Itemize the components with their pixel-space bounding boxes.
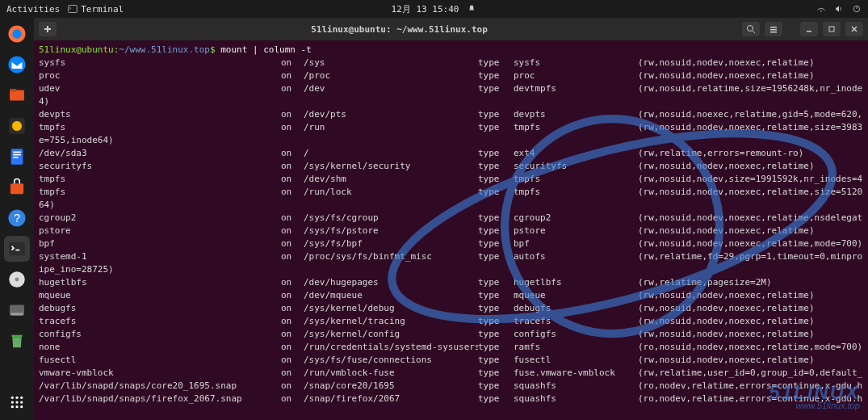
table-row: udevon/devtypedevtmpfs(rw,nosuid,relatim… (39, 82, 863, 95)
svg-point-28 (11, 401, 14, 403)
terminal-tab-label: Terminal (81, 4, 124, 15)
dock-apps-grid[interactable] (4, 389, 30, 415)
gnome-topbar: Activities Terminal 12月 13 15:40 (0, 0, 868, 18)
table-row: vmware-vmblockon/run/vmblock-fusetypefus… (39, 367, 863, 380)
svg-point-27 (20, 397, 23, 399)
dock-trash[interactable] (4, 328, 30, 354)
table-row: /var/lib/snapd/snaps/core20_1695.snapon/… (39, 380, 863, 393)
svg-point-25 (11, 397, 14, 399)
svg-rect-18 (9, 242, 25, 255)
svg-point-32 (15, 405, 18, 408)
dock: ? (0, 18, 34, 420)
svg-rect-15 (10, 183, 23, 194)
maximize-button[interactable] (823, 22, 841, 36)
search-button[interactable] (742, 22, 760, 36)
minimize-button[interactable] (800, 22, 818, 36)
table-row: tmpfson/runtypetmpfs(rw,nosuid,nodev,noe… (39, 121, 863, 134)
table-row: bpfon/sys/fs/bpftypebpf(rw,nosuid,nodev,… (39, 237, 863, 250)
svg-rect-7 (10, 90, 24, 101)
dock-terminal[interactable] (4, 236, 30, 262)
dock-help[interactable]: ? (4, 205, 30, 231)
dock-firefox[interactable] (4, 21, 30, 47)
svg-rect-24 (12, 335, 23, 337)
svg-rect-13 (13, 154, 21, 156)
table-row-wrap: e=755,inode64) (39, 134, 863, 147)
svg-point-26 (15, 397, 18, 399)
activities-button[interactable]: Activities (6, 4, 60, 15)
dock-files[interactable] (4, 82, 30, 108)
clock[interactable]: 12月 13 15:40 (392, 3, 459, 15)
svg-rect-41 (807, 31, 811, 32)
svg-point-1 (820, 10, 822, 12)
table-row-wrap: ipe_ino=28725) (39, 263, 863, 276)
table-row: hugetlbfson/dev/hugepagestypehugetlbfs(r… (39, 276, 863, 289)
new-tab-button[interactable] (39, 22, 57, 36)
table-row: fusectlon/sys/fs/fuse/connectionstypefus… (39, 354, 863, 367)
close-button[interactable] (845, 22, 863, 36)
dock-disk[interactable] (4, 267, 30, 292)
svg-rect-38 (770, 27, 777, 28)
maximize-icon (827, 24, 837, 34)
window-titlebar: 51linux@ubuntu: ~/www.51linux.top (34, 18, 868, 40)
svg-rect-8 (10, 89, 16, 91)
svg-rect-40 (770, 32, 777, 33)
dock-software[interactable] (4, 174, 30, 200)
terminal-window: 51linux@ubuntu: ~/www.51linux.top 51linu… (34, 18, 868, 420)
minimize-icon (804, 24, 814, 34)
terminal-content[interactable]: 51linux@ubuntu:~/www.51linux.top$ mount … (34, 40, 868, 420)
volume-icon[interactable] (834, 4, 844, 14)
power-icon[interactable] (852, 4, 862, 14)
network-icon[interactable] (816, 4, 826, 14)
terminal-icon (68, 4, 78, 14)
table-row: sysfson/systypesysfs(rw,nosuid,nodev,noe… (39, 57, 863, 69)
svg-point-10 (12, 121, 23, 132)
table-row: configfson/sys/kernel/configtypeconfigfs… (39, 328, 863, 341)
svg-point-31 (11, 405, 14, 408)
mount-output: sysfson/systypesysfs(rw,nosuid,nodev,noe… (39, 57, 863, 405)
table-row: securityfson/sys/kernel/securitytypesecu… (39, 160, 863, 173)
table-row: /var/lib/snapd/snaps/firefox_2067.snapon… (39, 393, 863, 405)
svg-point-6 (8, 56, 25, 73)
table-row: devptson/dev/ptstypedevpts(rw,nosuid,noe… (39, 108, 863, 121)
table-row: cgroup2on/sys/fs/cgrouptypecgroup2(rw,no… (39, 212, 863, 225)
dock-writer[interactable] (4, 144, 30, 170)
svg-rect-12 (13, 152, 21, 153)
dock-settings[interactable] (4, 297, 30, 323)
close-icon (849, 24, 859, 34)
table-row: /dev/sda3on/typeext4(rw,relatime,errors=… (39, 147, 863, 160)
hamburger-button[interactable] (765, 22, 782, 36)
dock-thunderbird[interactable] (4, 52, 30, 78)
terminal-tab[interactable]: Terminal (68, 4, 124, 15)
table-row: tracefson/sys/kernel/tracingtypetracefs(… (39, 315, 863, 328)
svg-rect-0 (69, 6, 78, 13)
svg-point-21 (15, 278, 19, 282)
prompt-line: 51linux@ubuntu:~/www.51linux.top$ mount … (39, 44, 863, 57)
svg-point-33 (20, 405, 23, 408)
svg-rect-39 (770, 29, 777, 31)
hamburger-icon (769, 24, 778, 34)
dock-rhythmbox[interactable] (4, 113, 30, 139)
table-row: procon/proctypeproc(rw,nosuid,nodev,noex… (39, 69, 863, 82)
table-row: debugfson/sys/kernel/debugtypedebugfs(rw… (39, 302, 863, 315)
notification-icon[interactable] (467, 4, 476, 14)
table-row: systemd-1on/proc/sys/fs/binfmt_misctypea… (39, 250, 863, 263)
svg-point-5 (12, 29, 21, 38)
table-row-wrap: 64) (39, 199, 863, 212)
table-row: mqueueon/dev/mqueuetypemqueue(rw,nosuid,… (39, 289, 863, 302)
window-title: 51linux@ubuntu: ~/www.51linux.top (61, 24, 737, 35)
search-icon (746, 24, 756, 34)
svg-text:?: ? (14, 212, 20, 225)
svg-rect-23 (11, 313, 23, 315)
table-row: tmpfson/dev/shmtypetmpfs(rw,nosuid,nodev… (39, 173, 863, 186)
svg-line-37 (753, 31, 755, 33)
svg-rect-42 (829, 27, 834, 32)
table-row: tmpfson/run/locktypetmpfs(rw,nosuid,node… (39, 186, 863, 199)
table-row-wrap: 4) (39, 95, 863, 108)
svg-point-30 (20, 401, 23, 403)
table-row: pstoreon/sys/fs/pstoretypepstore(rw,nosu… (39, 225, 863, 237)
svg-point-29 (15, 401, 18, 403)
table-row: noneon/run/credentials/systemd-sysusers.… (39, 341, 863, 354)
plus-icon (43, 24, 52, 34)
svg-point-36 (748, 26, 753, 32)
svg-rect-35 (44, 28, 51, 30)
